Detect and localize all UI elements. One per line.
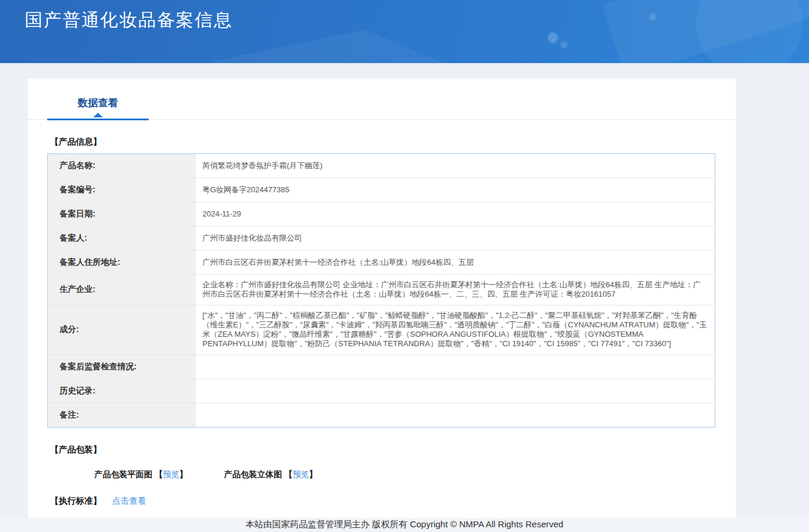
bracket-close: 】 xyxy=(179,469,188,479)
bracket-open: 【 xyxy=(284,469,293,479)
page-footer: 本站由国家药品监督管理局主办 版权所有 Copyright © NMPA All… xyxy=(0,518,809,532)
table-row-filer-address: 备案人住所地址: 广州市白云区石井街夏茅村第十一经济合作社（土名:山草拢）地段6… xyxy=(48,251,715,275)
copyright-text: 本站由国家药品监督管理局主办 版权所有 Copyright © NMPA All… xyxy=(245,519,563,529)
header-decor-circle xyxy=(649,13,657,21)
header-decor-polygon xyxy=(212,29,490,63)
tab-data-view[interactable]: 数据查看 xyxy=(47,96,149,120)
standard-view-link[interactable]: 点击查看 xyxy=(112,496,146,505)
table-row-filing-date: 备案日期: 2024-11-29 xyxy=(48,202,715,226)
row-label: 备案人住所地址: xyxy=(48,251,195,275)
table-row-remarks: 备注: xyxy=(48,403,715,427)
row-label: 成分: xyxy=(48,305,195,354)
row-label: 历史记录: xyxy=(48,379,195,403)
page-title: 国产普通化妆品备案信息 xyxy=(25,8,232,32)
packaging-heading: 【产品包装】 xyxy=(50,444,736,455)
row-label: 备注: xyxy=(48,403,195,427)
table-row-history: 历史记录: xyxy=(48,379,715,403)
table-row-filing-number: 备案编号: 粤G妆网备字2024477385 xyxy=(48,178,715,202)
bracket-open: 【 xyxy=(155,469,163,479)
standard-row: 【执行标准】 点击查看 xyxy=(50,495,736,507)
page-header: 国产普通化妆品备案信息 xyxy=(0,0,809,63)
standard-heading: 【执行标准】 xyxy=(50,496,101,505)
table-row-filer: 备案人: 广州市盛好佳化妆品有限公司 xyxy=(48,226,715,251)
row-label: 备案后监督检查情况: xyxy=(48,354,195,379)
tab-bar: 数据查看 xyxy=(28,78,736,120)
row-value: 2024-11-29 xyxy=(195,202,715,226)
table-row-ingredients: 成分: ["水"，"甘油"，"丙二醇"，"棕榈酸乙基己酯"，"矿脂"，"鲸蜡硬脂… xyxy=(48,305,715,354)
row-value: 广州市盛好佳化妆品有限公司 xyxy=(195,226,715,251)
packaging-3d-item: 产品包装立体图 【预览】 xyxy=(224,469,317,479)
row-label: 备案编号: xyxy=(48,178,195,202)
row-label: 备案人: xyxy=(48,226,195,251)
row-value: 芮俏繁花绮梦香氛护手霜(月下幽莲) xyxy=(195,154,715,178)
product-info-table: 产品名称: 芮俏繁花绮梦香氛护手霜(月下幽莲) 备案编号: 粤G妆网备字2024… xyxy=(47,153,715,428)
packaging-flat-preview-link[interactable]: 预览 xyxy=(163,469,179,479)
product-info-heading: 【产品信息】 xyxy=(50,136,736,147)
row-value xyxy=(195,403,715,427)
header-decor-circle xyxy=(561,41,568,48)
content-card: 数据查看 【产品信息】 产品名称: 芮俏繁花绮梦香氛护手霜(月下幽莲) 备案编号… xyxy=(28,78,736,518)
packaging-3d-label: 产品包装立体图 xyxy=(224,469,282,479)
packaging-flat-label: 产品包装平面图 xyxy=(94,469,152,479)
row-value xyxy=(195,354,715,379)
row-value: 广州市白云区石井街夏茅村第十一经济合作社（土名:山草拢）地段64栋四、五层 xyxy=(195,251,715,275)
header-decor-circle xyxy=(696,0,803,63)
tab-active-caret-icon xyxy=(93,113,103,117)
tab-data-view-label: 数据查看 xyxy=(78,97,118,109)
packaging-flat-item: 产品包装平面图 【预览】 xyxy=(94,469,190,479)
table-row-product-name: 产品名称: 芮俏繁花绮梦香氛护手霜(月下幽莲) xyxy=(48,154,715,178)
header-decor-band xyxy=(602,0,809,63)
table-row-manufacturer: 生产企业: 企业名称：广州市盛好佳化妆品有限公司 企业地址：广州市白云区石井街夏… xyxy=(48,275,715,306)
row-value: 企业名称：广州市盛好佳化妆品有限公司 企业地址：广州市白云区石井街夏茅村第十一经… xyxy=(195,275,715,306)
row-label: 生产企业: xyxy=(48,275,195,306)
row-value: 粤G妆网备字2024477385 xyxy=(195,178,715,202)
row-label: 备案日期: xyxy=(48,202,195,226)
bracket-close: 】 xyxy=(309,469,317,479)
header-decor-circle xyxy=(548,32,558,43)
row-label: 产品名称: xyxy=(48,154,195,178)
row-value xyxy=(195,379,715,403)
table-row-supervision: 备案后监督检查情况: xyxy=(48,354,715,379)
row-value: ["水"，"甘油"，"丙二醇"，"棕榈酸乙基己酯"，"矿脂"，"鲸蜡硬脂醇"，"… xyxy=(195,305,715,354)
packaging-row: 产品包装平面图 【预览】 产品包装立体图 【预览】 xyxy=(94,469,736,480)
packaging-3d-preview-link[interactable]: 预览 xyxy=(293,469,309,479)
